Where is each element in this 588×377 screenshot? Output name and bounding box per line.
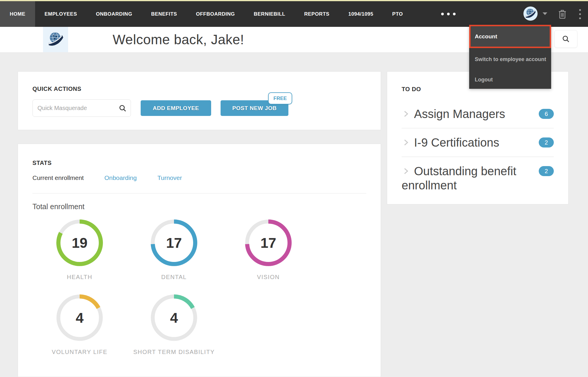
chevron-right-icon bbox=[402, 137, 410, 147]
quick-actions-card: QUICK ACTIONS ADD EMPLOYEE POST NEW JOB … bbox=[18, 71, 381, 130]
globe-logo-icon bbox=[525, 8, 536, 19]
todo-list: Assign Managers 6 I-9 Certifications 2 O… bbox=[402, 100, 554, 199]
quick-actions-row: ADD EMPLOYEE POST NEW JOB FREE bbox=[32, 99, 381, 117]
nav-item-benefits[interactable]: BENEFITS bbox=[142, 1, 186, 27]
tab-onboarding[interactable]: Onboarding bbox=[104, 174, 137, 181]
nav-item-label: PTO bbox=[392, 11, 403, 17]
ellipsis-dot-icon bbox=[441, 13, 444, 15]
overflow-kebab-icon[interactable] bbox=[579, 9, 582, 20]
nav-item-reports[interactable]: REPORTS bbox=[295, 1, 339, 27]
globe-logo-icon bbox=[47, 31, 64, 48]
donut-label: HEALTH bbox=[67, 274, 92, 281]
donut-value: 4 bbox=[151, 294, 197, 341]
nav-item-label: BENEFITS bbox=[151, 11, 177, 17]
stats-heading: STATS bbox=[32, 160, 366, 166]
nav-item-label: REPORTS bbox=[304, 11, 329, 17]
quick-masquerade-field bbox=[32, 99, 131, 117]
stats-card: STATS Current enrollment Onboarding Turn… bbox=[18, 144, 381, 377]
donut-label: VOLUNTARY LIFE bbox=[52, 349, 108, 356]
donut-chart: 4 bbox=[56, 294, 103, 341]
search-icon bbox=[119, 104, 127, 112]
quick-actions-heading: QUICK ACTIONS bbox=[32, 86, 381, 92]
nav-item-pto[interactable]: PTO bbox=[383, 1, 412, 27]
nav-item-offboarding[interactable]: OFFBOARDING bbox=[186, 1, 244, 27]
chevron-right-icon bbox=[402, 166, 410, 176]
post-new-job-wrap: POST NEW JOB FREE bbox=[221, 100, 288, 116]
todo-item-assign-managers[interactable]: Assign Managers 6 bbox=[402, 100, 554, 128]
donut-health: 19 HEALTH bbox=[32, 219, 127, 281]
todo-item-label: Assign Managers bbox=[414, 107, 505, 120]
menu-item-label: Switch to employee account bbox=[475, 56, 546, 63]
nav-item-label: ONBOARDING bbox=[96, 11, 132, 17]
trash-icon[interactable] bbox=[558, 9, 567, 19]
nav-more-menu[interactable] bbox=[438, 1, 459, 27]
donut-value: 4 bbox=[56, 294, 103, 341]
menu-item-label: Account bbox=[475, 33, 497, 40]
total-enrollment-title: Total enrollment bbox=[32, 202, 366, 211]
donut-value: 19 bbox=[56, 219, 103, 266]
search-icon bbox=[562, 35, 570, 43]
add-employee-button[interactable]: ADD EMPLOYEE bbox=[141, 100, 211, 116]
donut-chart: 19 bbox=[56, 219, 103, 266]
nav-item-label: EMPLOYEES bbox=[45, 11, 77, 17]
todo-item-label: I-9 Certifications bbox=[414, 136, 499, 149]
kebab-dot bbox=[579, 9, 581, 11]
account-dropdown-menu: Account Switch to employee account Logou… bbox=[469, 25, 551, 89]
todo-item-label: Outstanding benefit enrollment bbox=[402, 165, 516, 192]
donut-value: 17 bbox=[151, 219, 197, 266]
free-badge: FREE bbox=[268, 92, 292, 104]
todo-item-i9-certifications[interactable]: I-9 Certifications 2 bbox=[402, 128, 554, 157]
nav-item-employees[interactable]: EMPLOYEES bbox=[35, 1, 86, 27]
ellipsis-dot-icon bbox=[447, 13, 450, 15]
menu-item-switch-to-employee[interactable]: Switch to employee account bbox=[469, 48, 551, 71]
stats-tabs: Current enrollment Onboarding Turnover bbox=[32, 174, 366, 181]
menu-item-account[interactable]: Account bbox=[469, 25, 551, 48]
donut-label: DENTAL bbox=[161, 274, 187, 281]
todo-card: TO DO Assign Managers 6 I-9 Certificatio… bbox=[387, 71, 569, 204]
nav-item-home[interactable]: HOME bbox=[0, 1, 35, 27]
nav-item-onboarding[interactable]: ONBOARDING bbox=[86, 1, 142, 27]
tab-turnover[interactable]: Turnover bbox=[157, 174, 182, 181]
nav-item-label: HOME bbox=[10, 11, 25, 17]
nav-item-label: BERNIEBILL bbox=[254, 11, 285, 17]
kebab-dot bbox=[579, 17, 581, 19]
donut-chart: 17 bbox=[245, 219, 292, 266]
donut-chart: 17 bbox=[151, 219, 197, 266]
donut-chart: 4 bbox=[151, 294, 197, 341]
todo-item-outstanding-benefit-enrollment[interactable]: Outstanding benefit enrollment 2 bbox=[402, 157, 554, 199]
count-badge: 2 bbox=[539, 137, 554, 147]
header-search-button[interactable] bbox=[554, 30, 577, 48]
nav-item-berniebill[interactable]: BERNIEBILL bbox=[244, 1, 295, 27]
tab-current-enrollment[interactable]: Current enrollment bbox=[32, 174, 84, 181]
company-logo[interactable] bbox=[43, 27, 68, 52]
donut-vision: 17 VISION bbox=[221, 219, 316, 281]
kebab-dot bbox=[579, 13, 581, 15]
account-caret-icon[interactable] bbox=[543, 12, 547, 15]
donut-label: VISION bbox=[257, 274, 280, 281]
donut-dental: 17 DENTAL bbox=[127, 219, 221, 281]
donut-short-term-disability: 4 SHORT TERM DISABILITY bbox=[127, 294, 221, 356]
enrollment-donut-grid: 19 HEALTH 17 DENTAL 17 VISION bbox=[32, 219, 321, 369]
nav-item-label: 1094/1095 bbox=[348, 11, 373, 17]
stats-divider bbox=[32, 193, 366, 194]
ellipsis-dot-icon bbox=[453, 13, 456, 15]
count-badge: 6 bbox=[539, 109, 554, 119]
donut-voluntary-life: 4 VOLUNTARY LIFE bbox=[32, 294, 127, 356]
menu-item-label: Logout bbox=[475, 77, 493, 83]
nav-item-label: OFFBOARDING bbox=[196, 11, 235, 17]
page-title: Welcome back, Jake! bbox=[113, 29, 244, 50]
donut-label: SHORT TERM DISABILITY bbox=[133, 349, 215, 356]
account-avatar[interactable] bbox=[523, 6, 538, 21]
chevron-right-icon bbox=[402, 109, 410, 119]
menu-item-logout[interactable]: Logout bbox=[469, 71, 551, 89]
donut-value: 17 bbox=[245, 219, 292, 266]
count-badge: 2 bbox=[539, 166, 554, 176]
main-nav: HOME EMPLOYEES ONBOARDING BENEFITS OFFBO… bbox=[0, 1, 588, 27]
nav-item-1094-1095[interactable]: 1094/1095 bbox=[339, 1, 383, 27]
quick-masquerade-input[interactable] bbox=[32, 99, 131, 117]
